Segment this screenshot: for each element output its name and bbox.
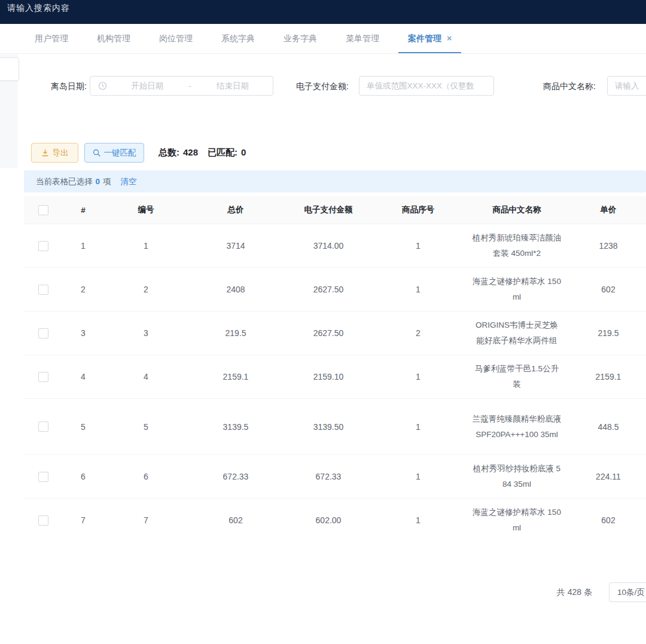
checkbox-icon[interactable] [38,205,48,215]
header-select-all[interactable] [24,196,62,224]
cell-index: 6 [62,455,104,499]
cell-index: 1 [62,224,104,268]
row-select-cell[interactable] [24,268,62,312]
tab-系统字典[interactable]: 系统字典 [207,24,269,53]
cell-seq: 2 [373,312,463,355]
export-button-label: 导出 [53,148,69,158]
cell-seq: 1 [373,499,463,542]
cell-code: 7 [104,499,188,542]
product-name-text: 植村秀羽纱持妆粉底液 584 35ml [472,461,562,492]
clear-selection-link[interactable]: 清空 [121,176,137,187]
checkbox-icon[interactable] [38,472,48,482]
global-search-input[interactable]: 请输入搜索内容 [7,3,70,14]
cell-total: 602 [188,499,284,542]
one-click-match-button[interactable]: 一键匹配 [84,143,144,163]
cell-code: 2 [104,268,188,312]
table-row[interactable]: 1137143714.001植村秀新琥珀臻萃洁颜油套装 450ml*21238 [24,224,646,268]
tab-label: 岗位管理 [159,33,193,43]
table-row[interactable]: 33219.52627.502ORIGINS韦博士灵芝焕能好底子精华水两件组21… [24,312,646,355]
column-header: 单价 [571,196,646,224]
cell-index: 7 [62,499,104,542]
checkbox-icon[interactable] [38,372,48,382]
date-separator: - [187,81,193,90]
table-row[interactable]: 2224082627.501海蓝之谜修护精萃水 150ml602 [24,268,646,312]
download-icon [41,149,49,157]
date-range-input[interactable]: 开始日期 - 结束日期 [90,76,273,96]
cell-name: 海蓝之谜修护精萃水 150ml [463,268,571,312]
cell-seq: 1 [373,268,463,312]
column-header: # [62,196,104,224]
cell-unit: 448.5 [571,399,646,455]
cell-unit: 602 [571,268,646,312]
row-select-cell[interactable] [24,224,62,268]
product-name-text: 海蓝之谜修护精萃水 150ml [472,274,562,305]
tab-label: 系统字典 [221,33,255,43]
product-name-placeholder: 请输入 [615,81,639,91]
cell-epay: 602.00 [284,499,373,542]
cell-seq: 1 [373,355,463,399]
cell-total: 2408 [188,268,284,312]
cell-total: 3714 [188,224,284,268]
checkbox-icon[interactable] [38,241,48,251]
checkbox-icon[interactable] [38,285,48,295]
table-row[interactable]: 77602602.001海蓝之谜修护精萃水 150ml602 [24,499,646,542]
table-body: 1137143714.001植村秀新琥珀臻萃洁颜油套装 450ml*212382… [24,224,646,542]
total-label: 总数: [159,147,179,157]
cell-code: 1 [104,224,188,268]
product-name-input[interactable]: 请输入 [607,76,646,96]
tab-菜单管理[interactable]: 菜单管理 [331,24,394,53]
table-row[interactable]: 553139.53139.501兰蔻菁纯臻颜精华粉底液SPF20PA+++100… [24,399,646,455]
cell-seq: 1 [373,399,463,455]
cell-index: 3 [62,312,104,355]
cell-unit: 602 [571,499,646,542]
row-select-cell[interactable] [24,499,62,542]
epay-amount-input[interactable]: 单值或范围XXX-XXX（仅整数 [359,76,494,96]
cell-epay: 3714.00 [284,224,373,268]
row-select-cell[interactable] [24,399,62,455]
selection-count: 0 [96,177,100,186]
page-size-value: 10条/页 [617,588,645,597]
sidebar-collapsed-panel[interactable] [0,57,19,81]
cell-epay: 2627.50 [284,312,373,355]
checkbox-icon[interactable] [38,515,48,526]
tab-label: 业务字典 [284,33,317,43]
table-row[interactable]: 66672.33672.331植村秀羽纱持妆粉底液 584 35ml224.11 [24,455,646,499]
tab-用户管理[interactable]: 用户管理 [20,24,83,53]
row-select-cell[interactable] [24,455,62,499]
product-name-text: 兰蔻菁纯臻颜精华粉底液SPF20PA+++100 35ml [472,411,562,442]
search-icon [93,149,100,157]
product-name-text: ORIGINS韦博士灵芝焕能好底子精华水两件组 [472,318,562,349]
start-date-placeholder[interactable]: 开始日期 [107,81,187,91]
table-row[interactable]: 442159.12159.101马爹利蓝带干邑1.5公升装2159.1 [24,355,646,399]
cell-name: ORIGINS韦博士灵芝焕能好底子精华水两件组 [463,312,571,355]
cell-unit: 2159.1 [571,355,646,399]
selection-info-bar: 当前表格已选择 0 项 清空 [24,170,646,193]
export-button[interactable]: 导出 [31,143,78,163]
row-select-cell[interactable] [24,312,62,355]
clock-icon [98,81,107,90]
top-search-bar: 请输入搜索内容 [0,0,646,24]
page-size-select[interactable]: 10条/页 [609,582,646,602]
checkbox-icon[interactable] [38,422,48,432]
tab-机构管理[interactable]: 机构管理 [83,24,145,53]
cell-code: 3 [104,312,188,355]
cell-index: 5 [62,399,104,455]
tab-close-icon[interactable]: × [447,33,452,43]
pagination-total: 共 428 条 [532,587,592,598]
cell-index: 4 [62,355,104,399]
end-date-placeholder[interactable]: 结束日期 [193,81,273,91]
cell-total: 219.5 [188,312,284,355]
tab-岗位管理[interactable]: 岗位管理 [145,24,207,53]
cell-index: 2 [62,268,104,312]
cell-code: 4 [104,355,188,399]
cell-total: 2159.1 [188,355,284,399]
match-button-label: 一键匹配 [104,148,136,158]
cell-epay: 672.33 [284,455,373,499]
cell-name: 马爹利蓝带干邑1.5公升装 [463,355,571,399]
cell-code: 6 [104,455,188,499]
checkbox-icon[interactable] [38,328,48,338]
row-select-cell[interactable] [24,355,62,399]
app-window: 请输入搜索内容 用户管理机构管理岗位管理系统字典业务字典菜单管理案件管理× 离岛… [0,0,646,644]
tab-业务字典[interactable]: 业务字典 [269,24,331,53]
tab-案件管理[interactable]: 案件管理× [394,24,466,53]
